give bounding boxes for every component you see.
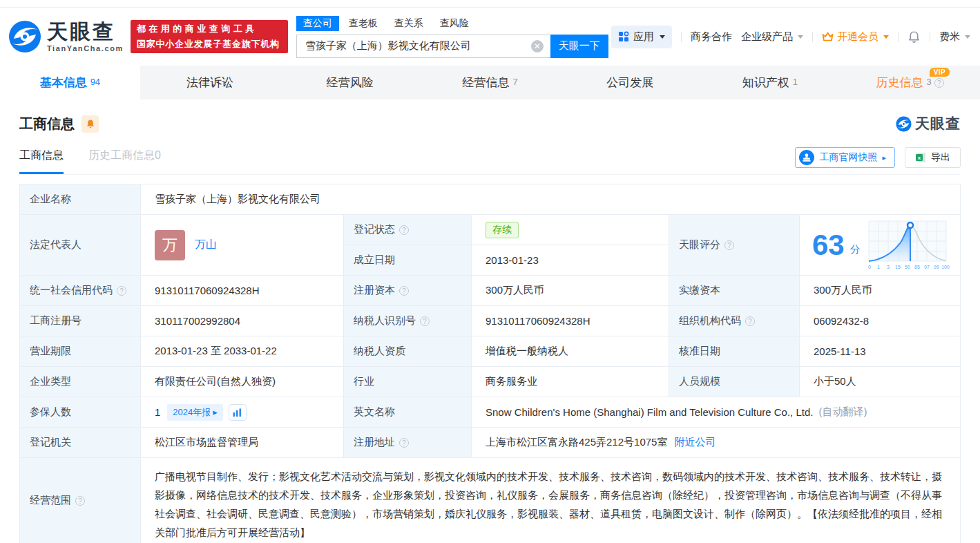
top-divider — [0, 0, 980, 8]
english-name-value: Snow Children's Home (Shanghai) Film and… — [486, 406, 813, 418]
field-label: 实缴资本 — [669, 276, 800, 306]
tab-operational-risk[interactable]: 经营风险 — [280, 66, 420, 99]
apps-menu-button[interactable]: 应用 — [611, 26, 672, 48]
svg-text:0: 0 — [868, 265, 871, 269]
search-input[interactable] — [296, 35, 550, 58]
table-row: 工商注册号 310117002992804 纳税人识别号 ? 913101170… — [20, 306, 961, 336]
username: 费米 — [939, 30, 960, 44]
field-label: 参保人数 — [20, 397, 141, 428]
tab-company-development[interactable]: 公司发展 — [560, 66, 700, 99]
tab-history-info[interactable]: VIP 历史信息3 ? — [840, 66, 980, 99]
field-label: 注册资本 ? — [344, 276, 472, 306]
credit-code-value: 91310117060924328H — [141, 276, 344, 306]
search-button[interactable]: 天眼一下 — [550, 35, 608, 58]
table-row: 经营范围 ? 广播电视节目制作、发行；影视文化艺术活动交流与策划，影视文化领域内… — [20, 458, 961, 543]
tab-business-info[interactable]: 经营信息7 — [420, 66, 560, 99]
reg-capital-value: 300万人民币 — [472, 276, 669, 306]
field-label: 人员规模 — [669, 367, 800, 397]
avatar[interactable]: 万 — [155, 230, 185, 260]
nav-enterprise-products[interactable]: 企业级产品 — [741, 30, 803, 44]
business-info-table: 企业名称 雪孩子家（上海）影视文化有限公司 法定代表人 万 万山 登记状态 ? — [19, 184, 961, 543]
search-tab-risk[interactable]: 查风险 — [433, 16, 476, 31]
site-logo[interactable]: 天眼查 TianYanCha.com — [8, 20, 124, 53]
chevron-down-icon — [660, 35, 665, 39]
field-label: 工商注册号 — [20, 306, 141, 336]
tianyancha-logo-icon — [896, 116, 912, 132]
reg-address-value: 上海市松江区富永路425弄212号1075室 — [486, 436, 667, 449]
promo-line2: 国家中小企业发展子基金旗下机构 — [137, 38, 282, 50]
tab-legal-proceedings[interactable]: 法律诉讼 — [140, 66, 280, 99]
export-button[interactable]: x 导出 — [905, 147, 961, 168]
notifications-bell-icon[interactable] — [907, 30, 921, 44]
field-label: 行业 — [344, 367, 472, 397]
help-icon[interactable]: ? — [399, 225, 409, 235]
tab-intellectual-property[interactable]: 知识产权1 — [700, 66, 840, 99]
search-tabs: 查公司 查老板 查关系 查风险 — [296, 16, 608, 31]
field-label: 核准日期 — [669, 336, 800, 367]
subtab-history-registration[interactable]: 历史工商信息0 — [88, 149, 161, 174]
table-row: 法定代表人 万 万山 登记状态 ? 存续 — [20, 215, 961, 276]
tianyancha-company-page: 天眼查 TianYanCha.com 都在用的商业查询工具 国家中小企业发展子基… — [0, 0, 980, 543]
search-block: 查公司 查老板 查关系 查风险 ✕ 天眼一下 — [296, 16, 608, 58]
watermark-logo: 天眼查 — [896, 114, 961, 133]
field-label: 天眼评分 ? — [669, 215, 800, 276]
approval-date-value: 2025-11-13 — [800, 336, 961, 367]
logo-title: 天眼查 — [47, 21, 124, 42]
field-label: 组织机构代码 ? — [669, 306, 800, 336]
help-icon[interactable]: ? — [934, 78, 944, 88]
subtab-business-registration[interactable]: 工商信息 — [19, 149, 64, 174]
legal-rep-link[interactable]: 万山 — [195, 238, 217, 252]
svg-text:85: 85 — [914, 265, 920, 269]
business-term-value: 2013-01-23 至 2033-01-22 — [141, 336, 344, 367]
divider — [930, 32, 930, 42]
english-name-cell: Snow Children's Home (Shanghai) Film and… — [472, 397, 961, 428]
annual-report-link[interactable]: 2024年报 ▸ — [167, 404, 222, 421]
field-label: 统一社会信用代码 ? — [20, 276, 141, 306]
monitor-bell-icon[interactable] — [81, 115, 99, 133]
crown-icon — [822, 32, 834, 42]
official-snapshot-button[interactable]: 工商官网快照 ▸ — [795, 147, 895, 168]
promo-banner: 都在用的商业查询工具 国家中小企业发展子基金旗下机构 — [131, 20, 288, 53]
arrow-right-icon: ▸ — [213, 407, 218, 417]
svg-text:97: 97 — [924, 265, 930, 269]
stamp-icon — [799, 150, 814, 165]
help-icon[interactable]: ? — [399, 438, 409, 448]
field-label: 法定代表人 — [20, 215, 141, 276]
chevron-down-icon — [883, 35, 889, 39]
search-tab-boss[interactable]: 查老板 — [342, 16, 385, 31]
excel-icon: x — [915, 152, 926, 163]
vip-badge: VIP — [930, 68, 950, 77]
tab-basic-info[interactable]: 基本信息94 — [0, 66, 140, 99]
nearby-companies-link[interactable]: 附近公司 — [674, 436, 715, 449]
org-code-value: 06092432-8 — [800, 306, 961, 336]
logo-subtitle: TianYanCha.com — [47, 45, 124, 53]
search-tab-relation[interactable]: 查关系 — [387, 16, 430, 31]
help-icon[interactable]: ? — [724, 240, 734, 250]
field-label: 经营范围 ? — [20, 458, 141, 543]
divider — [812, 32, 813, 42]
insured-trend-chart-icon[interactable] — [229, 404, 247, 421]
help-icon[interactable]: ? — [75, 496, 85, 506]
nav-user-menu[interactable]: 费米 — [939, 30, 970, 44]
divider — [681, 32, 682, 42]
field-label: 注册地址 ? — [344, 428, 472, 458]
help-icon[interactable]: ? — [399, 286, 409, 296]
clear-search-icon[interactable]: ✕ — [531, 40, 544, 53]
paid-capital-value: 300万人民币 — [800, 276, 961, 306]
nav-business-cooperation[interactable]: 商务合作 — [691, 30, 732, 44]
promo-line1: 都在用的商业查询工具 — [137, 23, 282, 35]
insured-count-value: 1 — [155, 406, 160, 418]
help-icon[interactable]: ? — [117, 286, 126, 296]
divider — [898, 32, 899, 42]
reg-authority-value: 松江区市场监督管理局 — [141, 428, 344, 458]
apps-label: 应用 — [633, 30, 654, 44]
chevron-down-icon — [798, 35, 803, 39]
company-section-tabs: 基本信息94 法律诉讼 经营风险 经营信息7 公司发展 知识产权1 VIP 历史… — [0, 66, 980, 99]
search-tab-company[interactable]: 查公司 — [296, 16, 339, 31]
help-icon[interactable]: ? — [420, 316, 430, 326]
help-icon[interactable]: ? — [745, 316, 755, 326]
field-label: 登记状态 ? — [344, 215, 472, 245]
establish-date-value: 2013-01-23 — [472, 245, 669, 276]
apps-grid-icon — [618, 31, 629, 42]
nav-open-vip[interactable]: 开通会员 — [822, 30, 889, 44]
